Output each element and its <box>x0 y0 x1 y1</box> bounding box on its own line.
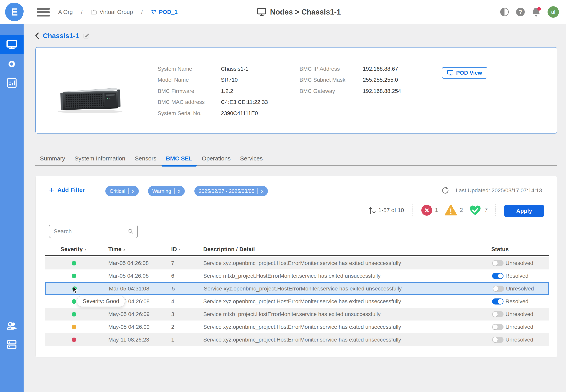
breadcrumb-pod[interactable]: POD_1 <box>151 9 178 15</box>
cell-time: Mar-05 04:26:08 <box>108 260 149 266</box>
info-field: BMC IP Address 192.168.88.67 <box>300 65 398 73</box>
cell-id: 6 <box>171 273 174 279</box>
field-label: BMC Subnet Mask <box>300 77 363 83</box>
col-status: Status <box>491 246 509 252</box>
severity-dot[interactable] <box>72 274 76 278</box>
divider <box>412 204 413 216</box>
col-severity[interactable]: Severity▾ <box>60 246 86 252</box>
col-description: Description / Detail <box>203 246 255 252</box>
sidebar-item-users[interactable] <box>0 317 24 336</box>
table-row[interactable]: May-05 04:26:09 2 Service xyz.openbmc_pr… <box>45 321 549 333</box>
col-time[interactable]: Time▴ <box>108 246 125 252</box>
status-toggle[interactable] <box>492 324 504 330</box>
sidebar <box>0 24 24 392</box>
tab-summary[interactable]: Summary <box>40 151 65 166</box>
sidebar-item-racks[interactable] <box>0 335 24 354</box>
chip-close-icon[interactable]: x <box>261 188 263 194</box>
cell-id: 5 <box>172 286 175 292</box>
users-icon <box>6 322 17 331</box>
app-logo[interactable]: E <box>5 3 24 21</box>
hamburger-menu-icon[interactable] <box>37 8 50 16</box>
search-icon[interactable] <box>128 228 133 235</box>
status-toggle[interactable] <box>492 311 504 317</box>
back-chevron-icon[interactable] <box>35 32 39 39</box>
severity-dot[interactable] <box>72 337 76 342</box>
chip-close-icon[interactable]: x <box>132 188 134 194</box>
table-row[interactable]: May-05 04:26:09 3 Service mtxb_project.H… <box>45 308 549 321</box>
help-icon[interactable]: ? <box>516 8 525 16</box>
status-toggle[interactable] <box>493 286 504 292</box>
info-field: Model Name SR710 <box>158 76 238 84</box>
warning-count: 2 <box>460 207 463 213</box>
sort-desc-icon[interactable]: ▾ <box>179 247 181 251</box>
field-value: 255.255.255.0 <box>363 77 398 83</box>
info-field: System Name Chassis1-1 <box>158 65 248 73</box>
info-field: System Serial No. 2390C41111E0 <box>158 110 258 117</box>
sidebar-item-reports[interactable] <box>0 73 24 92</box>
page-header: Nodes > Chassis1-1 <box>257 0 341 24</box>
status-label: Unresolved <box>506 286 534 292</box>
breadcrumb-org[interactable]: A Org <box>58 9 73 15</box>
cell-time: Mar-05 04:31:08 <box>109 286 149 292</box>
severity-dot[interactable] <box>72 261 76 265</box>
table-row[interactable]: Mar-05 04:26:08 7 Service xyz.openbmc_pr… <box>45 257 549 269</box>
notifications-bell-icon[interactable] <box>532 7 540 16</box>
breadcrumb-separator: / <box>141 9 143 15</box>
chip-close-icon[interactable]: x <box>178 188 180 194</box>
breadcrumb-separator: / <box>81 9 83 15</box>
field-label: BMC Firmware <box>158 88 221 94</box>
col-id[interactable]: ID▾ <box>171 246 181 252</box>
table-row[interactable]: Mar-05 04:26:08 6 Service mtxb_project.H… <box>45 269 549 282</box>
tab-bmc-sel[interactable]: BMC SEL <box>166 151 192 166</box>
cell-id: 1 <box>171 337 174 343</box>
tab-services[interactable]: Services <box>240 151 263 166</box>
field-value: 192.168.88.67 <box>363 66 398 72</box>
server-image <box>53 79 125 115</box>
node-name-title[interactable]: Chassis1-1 <box>43 32 79 40</box>
tab-bar: Summary System Information Sensors BMC S… <box>35 151 557 166</box>
status-label: Unresolved <box>506 324 533 330</box>
divider <box>495 204 496 216</box>
sort-desc-icon[interactable]: ▾ <box>85 247 87 251</box>
cell-description: Service xyz.openbmc_project.HostErrorMon… <box>203 298 401 305</box>
pod-view-button[interactable]: POD View <box>442 67 487 79</box>
cell-id: 7 <box>171 260 174 266</box>
severity-dot[interactable] <box>72 299 76 304</box>
sort-asc-icon[interactable]: ▴ <box>123 247 125 251</box>
cell-id: 2 <box>171 324 174 330</box>
refresh-icon[interactable] <box>441 186 450 195</box>
status-toggle[interactable] <box>492 260 504 266</box>
monitor-icon <box>257 8 266 16</box>
table-row[interactable]: Mar-05 04:31:08 5 Service xyz.openbmc_pr… <box>45 282 549 295</box>
server-rack-icon <box>7 339 17 350</box>
good-count-icon <box>469 205 481 216</box>
user-avatar[interactable]: al <box>548 6 559 18</box>
cell-time: May-05 04:26:09 <box>108 324 150 330</box>
field-value: Chassis1-1 <box>221 66 248 72</box>
apply-button[interactable]: Apply <box>504 205 544 217</box>
breadcrumb-group[interactable]: Virtual Group <box>91 9 133 15</box>
warning-count-icon <box>445 204 457 216</box>
severity-dot[interactable] <box>72 325 76 329</box>
table-row[interactable]: May-11 08:26:23 1 Service xyz.openbmc_pr… <box>45 333 549 346</box>
pagination-range: 1-57 of 10 <box>378 207 404 213</box>
tab-operations[interactable]: Operations <box>202 151 231 166</box>
severity-dot[interactable] <box>72 312 76 316</box>
edit-icon[interactable] <box>83 33 89 39</box>
system-info-card: System Name Chassis1-1 Model Name SR710 … <box>35 47 557 134</box>
mouse-cursor <box>72 286 79 294</box>
sidebar-item-settings[interactable] <box>0 55 24 73</box>
sidebar-item-nodes[interactable] <box>0 35 24 54</box>
search-input[interactable] <box>53 228 128 235</box>
tab-system-information[interactable]: System Information <box>74 151 125 166</box>
status-toggle[interactable] <box>492 273 504 279</box>
status-toggle[interactable] <box>492 298 504 304</box>
add-filter-button[interactable]: + Add Filter <box>49 185 85 195</box>
status-toggle[interactable] <box>492 337 504 343</box>
theme-toggle-icon[interactable] <box>500 7 509 16</box>
field-label: BMC IP Address <box>300 66 363 72</box>
field-label: System Serial No. <box>158 110 221 116</box>
tab-sensors[interactable]: Sensors <box>135 151 157 166</box>
sort-updown-icon[interactable] <box>368 206 376 214</box>
field-value: 192.168.88.254 <box>363 88 401 94</box>
